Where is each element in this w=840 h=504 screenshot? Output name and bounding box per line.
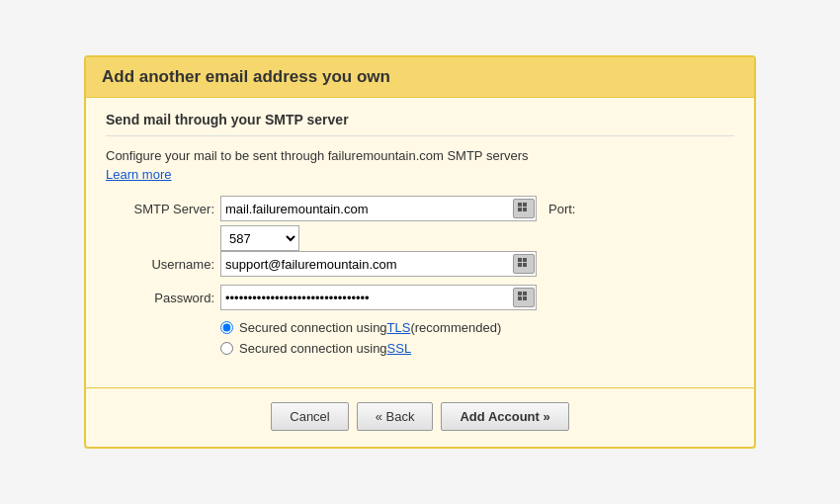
grid-icon-3 xyxy=(518,292,530,303)
username-input[interactable] xyxy=(220,251,537,277)
password-input-wrapper xyxy=(220,285,537,310)
port-row: 587 465 25 xyxy=(220,225,734,251)
tls-radio-label-suffix: (recommended) xyxy=(410,320,501,335)
add-account-button[interactable]: Add Account » xyxy=(441,402,568,431)
port-label-inline: Port: xyxy=(548,202,575,216)
ssl-link[interactable]: SSL xyxy=(387,341,412,356)
svg-rect-3 xyxy=(523,208,527,211)
svg-rect-5 xyxy=(523,258,527,262)
ssl-radio-label-prefix: Secured connection using xyxy=(239,341,387,356)
smtp-server-label: SMTP Server: xyxy=(106,202,214,216)
password-row: Password: xyxy=(106,285,734,310)
tls-link[interactable]: TLS xyxy=(387,320,411,335)
svg-rect-6 xyxy=(518,263,522,267)
dialog-body: Send mail through your SMTP server Confi… xyxy=(86,98,754,378)
section-title: Send mail through your SMTP server xyxy=(106,112,734,127)
ssl-radio[interactable] xyxy=(220,342,233,355)
ssl-radio-row: Secured connection using SSL xyxy=(220,341,734,356)
username-label: Username: xyxy=(106,257,214,272)
port-select[interactable]: 587 465 25 xyxy=(220,225,299,251)
username-row: Username: xyxy=(106,251,734,277)
svg-rect-2 xyxy=(518,208,522,211)
section-divider xyxy=(106,135,734,136)
username-icon-btn[interactable] xyxy=(513,254,535,274)
svg-rect-0 xyxy=(518,203,522,207)
svg-rect-8 xyxy=(518,292,522,295)
smtp-server-input-wrapper xyxy=(220,196,537,221)
smtp-server-row: SMTP Server: Port: xyxy=(106,196,734,221)
password-input[interactable] xyxy=(220,285,537,310)
form-section: SMTP Server: Port: xyxy=(106,196,734,356)
tls-radio-row: Secured connection using TLS (recommende… xyxy=(220,320,734,335)
learn-more-link[interactable]: Learn more xyxy=(106,167,171,182)
smtp-server-icon-btn[interactable] xyxy=(513,199,535,218)
tls-radio[interactable] xyxy=(220,321,233,334)
grid-icon xyxy=(518,203,530,214)
description-text: Configure your mail to be sent through f… xyxy=(106,148,734,163)
dialog-header: Add another email address you own xyxy=(86,57,754,98)
smtp-server-input[interactable] xyxy=(220,196,537,221)
svg-rect-1 xyxy=(523,203,527,207)
add-email-dialog: Add another email address you own Send m… xyxy=(84,55,756,449)
password-icon-btn[interactable] xyxy=(513,288,535,307)
svg-rect-7 xyxy=(523,263,527,267)
dialog-title: Add another email address you own xyxy=(102,67,738,87)
password-label: Password: xyxy=(106,291,214,305)
tls-radio-label-prefix: Secured connection using xyxy=(239,320,387,335)
radio-section: Secured connection using TLS (recommende… xyxy=(220,320,734,356)
svg-rect-4 xyxy=(518,258,522,262)
grid-icon-2 xyxy=(518,258,530,270)
cancel-button[interactable]: Cancel xyxy=(271,402,348,431)
username-input-wrapper xyxy=(220,251,537,277)
svg-rect-11 xyxy=(523,296,527,300)
back-button[interactable]: « Back xyxy=(357,402,434,431)
footer-buttons: Cancel « Back Add Account » xyxy=(86,387,754,447)
svg-rect-10 xyxy=(518,296,522,300)
svg-rect-9 xyxy=(523,292,527,295)
